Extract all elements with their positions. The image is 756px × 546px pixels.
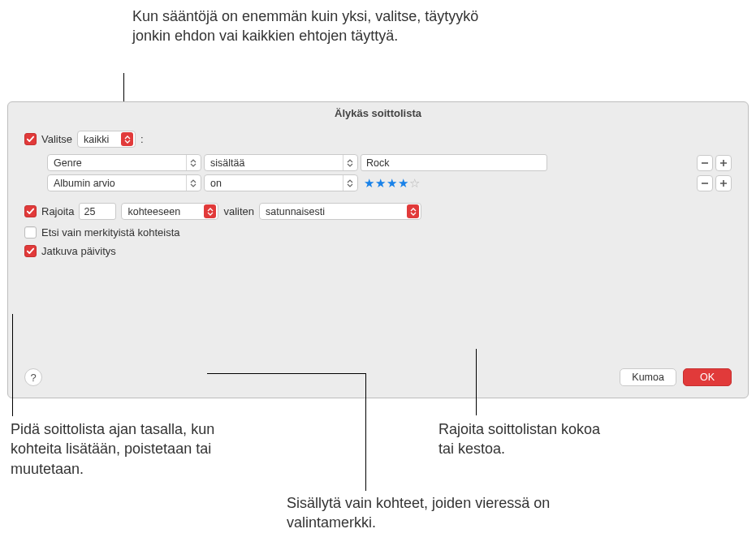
rule-op-value: sisältää bbox=[210, 157, 244, 169]
limit-count-value: 25 bbox=[84, 206, 95, 217]
rule-value-input[interactable]: Rock bbox=[361, 154, 547, 171]
callout-line bbox=[207, 373, 366, 374]
minus-icon bbox=[700, 178, 710, 188]
star-icon: ★ bbox=[387, 176, 397, 191]
add-rule-button[interactable] bbox=[715, 175, 732, 191]
rule-field-value: Genre bbox=[54, 157, 82, 169]
chevron-updown-icon bbox=[343, 155, 356, 170]
annotation-top: Kun sääntöjä on enemmän kuin yksi, valit… bbox=[132, 6, 482, 46]
limit-by-value: satunnaisesti bbox=[266, 206, 325, 217]
live-update-label: Jatkuva päivitys bbox=[41, 245, 116, 257]
limit-unit-select[interactable]: kohteeseen bbox=[121, 203, 218, 220]
match-mode-value: kaikki bbox=[84, 134, 109, 145]
checked-only-checkbox[interactable] bbox=[24, 226, 37, 239]
limit-by-label: valiten bbox=[223, 205, 254, 217]
limit-by-select[interactable]: satunnaisesti bbox=[259, 203, 421, 220]
ok-button[interactable]: OK bbox=[683, 368, 732, 386]
annotation-bottom-mid: Sisällytä vain kohteet, joiden vieressä … bbox=[287, 493, 563, 533]
star-icon: ★ bbox=[375, 176, 386, 191]
star-icon: ★ bbox=[398, 176, 408, 191]
limit-row: Rajoita 25 kohteeseen valiten satunnaise… bbox=[24, 203, 732, 220]
checked-only-row: Etsi vain merkityistä kohteista bbox=[24, 226, 732, 239]
chevron-updown-icon bbox=[407, 204, 419, 218]
chevron-updown-icon bbox=[186, 175, 199, 191]
match-label: Valitse bbox=[41, 133, 72, 145]
live-update-row: Jatkuva päivitys bbox=[24, 245, 732, 257]
plus-icon bbox=[719, 178, 728, 188]
dialog-footer: ? Kumoa OK bbox=[24, 368, 732, 386]
smart-playlist-dialog: Älykäs soittolista Valitse kaikki : Ge bbox=[7, 101, 749, 398]
rule-field-select[interactable]: Albumin arvio bbox=[47, 174, 201, 191]
callout-line bbox=[476, 349, 477, 415]
rule-field-value: Albumin arvio bbox=[54, 178, 115, 189]
chevron-updown-icon bbox=[343, 175, 356, 191]
chevron-updown-icon bbox=[186, 155, 199, 170]
callout-line bbox=[12, 410, 13, 416]
rule-field-select[interactable]: Genre bbox=[47, 154, 201, 171]
rule-op-value: on bbox=[210, 178, 222, 189]
remove-rule-button[interactable] bbox=[697, 175, 713, 191]
star-icon: ★ bbox=[364, 176, 374, 191]
annotation-bottom-left: Pidä soittolista ajan tasalla, kun kohte… bbox=[11, 419, 262, 479]
limit-unit-value: kohteeseen bbox=[127, 206, 180, 217]
callout-line bbox=[12, 314, 13, 410]
rule-value-stars[interactable]: ★ ★ ★ ★ ☆ bbox=[364, 176, 420, 191]
checked-only-label: Etsi vain merkityistä kohteista bbox=[41, 226, 180, 239]
remove-rule-button[interactable] bbox=[697, 155, 713, 171]
match-suffix: : bbox=[140, 133, 144, 145]
dialog-title: Älykäs soittolista bbox=[8, 102, 748, 124]
check-icon bbox=[26, 247, 35, 256]
limit-label: Rajoita bbox=[41, 205, 74, 217]
live-update-checkbox[interactable] bbox=[24, 245, 37, 257]
rule-row: Albumin arvio on ★ ★ ★ bbox=[47, 174, 732, 191]
match-row: Valitse kaikki : bbox=[24, 131, 732, 148]
match-checkbox[interactable] bbox=[24, 133, 37, 145]
rules-list: Genre sisältää Rock bbox=[47, 154, 732, 191]
cancel-button[interactable]: Kumoa bbox=[620, 368, 676, 386]
limit-checkbox[interactable] bbox=[24, 205, 37, 217]
rule-op-select[interactable]: on bbox=[204, 174, 358, 191]
rule-op-select[interactable]: sisältää bbox=[204, 154, 358, 171]
plus-icon bbox=[719, 158, 728, 168]
callout-line bbox=[365, 373, 366, 491]
minus-icon bbox=[700, 158, 710, 168]
annotation-bottom-right: Rajoita soittolistan kokoa tai kestoa. bbox=[438, 419, 617, 459]
rule-value-text: Rock bbox=[366, 157, 389, 169]
match-mode-select[interactable]: kaikki bbox=[77, 131, 136, 148]
chevron-updown-icon bbox=[204, 204, 216, 218]
check-icon bbox=[26, 135, 35, 144]
add-rule-button[interactable] bbox=[715, 155, 732, 171]
rule-row: Genre sisältää Rock bbox=[47, 154, 732, 171]
help-button[interactable]: ? bbox=[24, 368, 42, 386]
star-icon: ☆ bbox=[409, 176, 420, 191]
help-icon: ? bbox=[30, 372, 36, 384]
chevron-updown-icon bbox=[121, 132, 133, 146]
check-icon bbox=[26, 207, 35, 216]
dialog-body: Valitse kaikki : Genre bbox=[8, 124, 748, 275]
limit-count-input[interactable]: 25 bbox=[79, 203, 116, 220]
